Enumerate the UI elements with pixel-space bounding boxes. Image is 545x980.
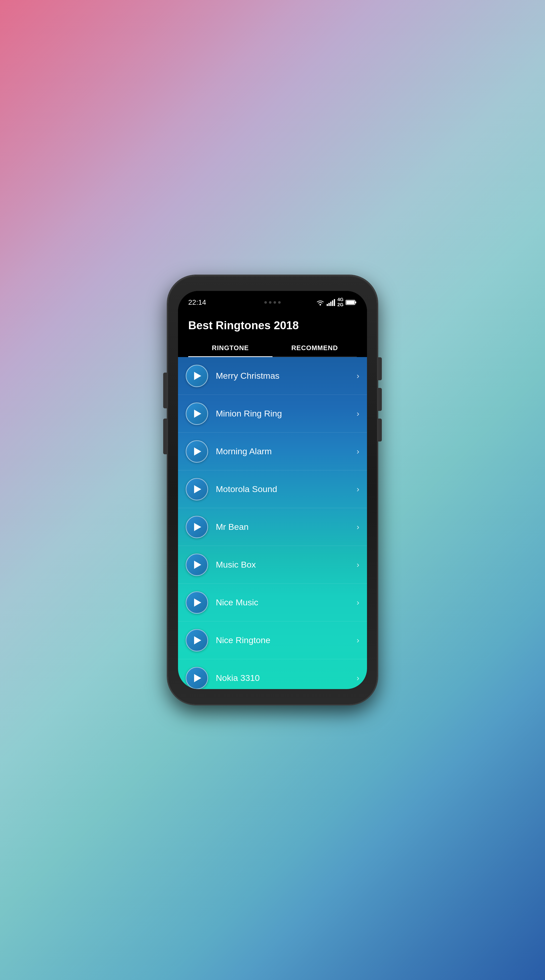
- svg-rect-2: [328, 303, 330, 306]
- ringtone-list: Merry Christmas › Minion Ring Ring › Mor…: [178, 357, 367, 689]
- phone-frame: 22:14: [168, 275, 377, 704]
- phone-screen: 22:14: [178, 291, 367, 689]
- wifi-icon: [316, 299, 325, 306]
- signal-icon: [327, 299, 335, 306]
- play-icon: [194, 410, 201, 418]
- list-item[interactable]: Nice Ringtone ›: [178, 621, 367, 659]
- chevron-right-icon: ›: [357, 484, 359, 494]
- ringtone-name: Music Box: [216, 560, 354, 570]
- play-icon: [194, 523, 201, 531]
- network-type: 4G 2G: [337, 298, 344, 307]
- play-icon: [194, 447, 201, 455]
- play-icon: [194, 485, 201, 493]
- svg-rect-1: [327, 304, 328, 306]
- play-icon: [194, 598, 201, 607]
- svg-rect-7: [355, 301, 356, 304]
- ringtone-name: Minion Ring Ring: [216, 409, 354, 418]
- list-item[interactable]: Mr Bean ›: [178, 508, 367, 546]
- chevron-right-icon: ›: [357, 560, 359, 570]
- list-item[interactable]: Merry Christmas ›: [178, 357, 367, 395]
- tab-recommend[interactable]: RECOMMEND: [272, 339, 357, 356]
- speaker-dot: [274, 301, 276, 304]
- speaker: [265, 301, 280, 304]
- play-button[interactable]: [186, 667, 208, 689]
- list-item[interactable]: Minion Ring Ring ›: [178, 395, 367, 433]
- chevron-right-icon: ›: [357, 673, 359, 682]
- list-item[interactable]: Motorola Sound ›: [178, 470, 367, 508]
- play-icon: [194, 636, 201, 644]
- tab-bar: RINGTONE RECOMMEND: [188, 339, 357, 357]
- ringtone-name: Merry Christmas: [216, 371, 354, 381]
- chevron-right-icon: ›: [357, 635, 359, 645]
- play-icon: [194, 674, 201, 682]
- app-header: Best Ringtones 2018 RINGTONE RECOMMEND: [178, 314, 367, 357]
- play-button[interactable]: [186, 591, 208, 614]
- chevron-right-icon: ›: [357, 522, 359, 531]
- list-item[interactable]: Nokia 3310 ›: [178, 659, 367, 689]
- svg-rect-3: [330, 302, 331, 306]
- svg-rect-5: [334, 299, 335, 306]
- play-button[interactable]: [186, 629, 208, 652]
- ringtone-name: Mr Bean: [216, 522, 354, 532]
- status-time: 22:14: [188, 298, 206, 307]
- play-button[interactable]: [186, 365, 208, 387]
- ringtone-name: Nice Music: [216, 597, 354, 608]
- speaker-dot: [278, 301, 280, 304]
- tab-ringtone[interactable]: RINGTONE: [188, 339, 272, 356]
- chevron-right-icon: ›: [357, 371, 359, 380]
- status-icons: 4G 2G: [316, 298, 357, 307]
- play-button[interactable]: [186, 516, 208, 538]
- ringtone-name: Morning Alarm: [216, 446, 354, 456]
- play-button[interactable]: [186, 478, 208, 501]
- speaker-dot: [269, 301, 271, 304]
- chevron-right-icon: ›: [357, 409, 359, 418]
- list-item[interactable]: Music Box ›: [178, 546, 367, 584]
- svg-rect-4: [332, 301, 333, 306]
- ringtone-name: Nice Ringtone: [216, 635, 354, 645]
- content-area: Merry Christmas › Minion Ring Ring › Mor…: [178, 357, 367, 689]
- speaker-dot: [265, 301, 267, 304]
- list-item[interactable]: Nice Music ›: [178, 584, 367, 621]
- play-button[interactable]: [186, 440, 208, 463]
- ringtone-name: Motorola Sound: [216, 484, 354, 494]
- app-title: Best Ringtones 2018: [188, 319, 357, 332]
- status-bar: 22:14: [178, 291, 367, 314]
- play-button[interactable]: [186, 402, 208, 425]
- battery-icon: [346, 299, 357, 305]
- play-icon: [194, 372, 201, 380]
- chevron-right-icon: ›: [357, 598, 359, 607]
- svg-point-0: [319, 304, 321, 305]
- play-button[interactable]: [186, 554, 208, 576]
- ringtone-name: Nokia 3310: [216, 673, 354, 683]
- chevron-right-icon: ›: [357, 447, 359, 456]
- list-item[interactable]: Morning Alarm ›: [178, 433, 367, 470]
- svg-rect-8: [346, 301, 354, 304]
- play-icon: [194, 561, 201, 569]
